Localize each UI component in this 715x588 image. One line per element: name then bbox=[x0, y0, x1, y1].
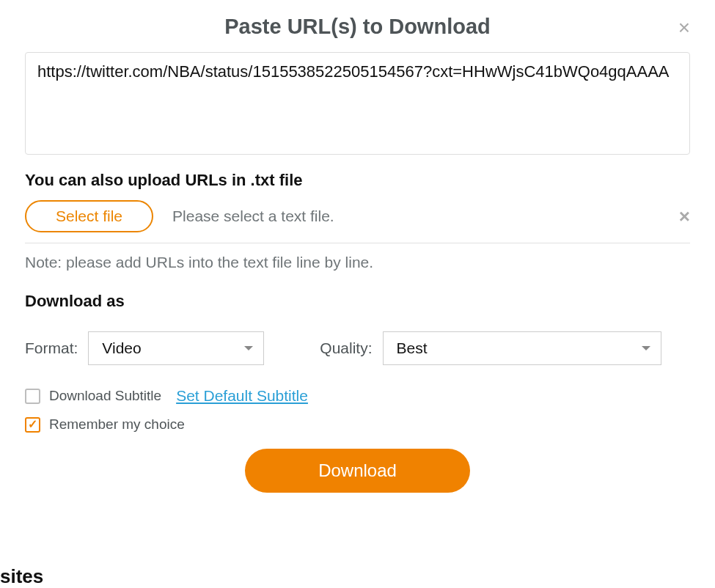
set-default-subtitle-link[interactable]: Set Default Subtitle bbox=[176, 387, 308, 405]
dialog-title-row: Paste URL(s) to Download × bbox=[25, 15, 690, 39]
close-icon[interactable]: × bbox=[678, 16, 690, 40]
quality-value: Best bbox=[397, 339, 428, 357]
file-select-row: Select file Please select a text file. × bbox=[25, 200, 690, 232]
quality-label: Quality: bbox=[320, 339, 372, 357]
trailing-text: sites bbox=[0, 565, 43, 588]
download-button-row: Download bbox=[25, 449, 690, 493]
quality-select[interactable]: Best bbox=[383, 331, 661, 365]
select-file-button[interactable]: Select file bbox=[25, 200, 153, 232]
remember-checkbox-label: Remember my choice bbox=[49, 416, 185, 433]
divider bbox=[25, 243, 690, 243]
clear-file-icon[interactable]: × bbox=[679, 205, 690, 228]
remember-row: Remember my choice bbox=[25, 416, 690, 433]
subtitle-checkbox[interactable] bbox=[25, 389, 40, 404]
options-row: Format: Video Quality: Best bbox=[25, 331, 690, 365]
dialog-title: Paste URL(s) to Download bbox=[224, 15, 491, 39]
subtitle-checkbox-label: Download Subtitle bbox=[49, 388, 161, 404]
file-status-text: Please select a text file. bbox=[172, 207, 660, 225]
format-select[interactable]: Video bbox=[88, 331, 264, 365]
remember-checkbox[interactable] bbox=[25, 417, 40, 433]
subtitle-row: Download Subtitle Set Default Subtitle bbox=[25, 387, 690, 405]
url-input[interactable]: https://twitter.com/NBA/status/151553852… bbox=[25, 52, 690, 155]
format-label: Format: bbox=[25, 339, 78, 357]
format-value: Video bbox=[102, 339, 141, 357]
download-button[interactable]: Download bbox=[245, 449, 470, 493]
chevron-down-icon bbox=[642, 346, 650, 350]
download-as-title: Download as bbox=[25, 292, 690, 311]
upload-section-title: You can also upload URLs in .txt file bbox=[25, 171, 690, 190]
note-text: Note: please add URLs into the text file… bbox=[25, 254, 690, 271]
chevron-down-icon bbox=[244, 346, 253, 350]
